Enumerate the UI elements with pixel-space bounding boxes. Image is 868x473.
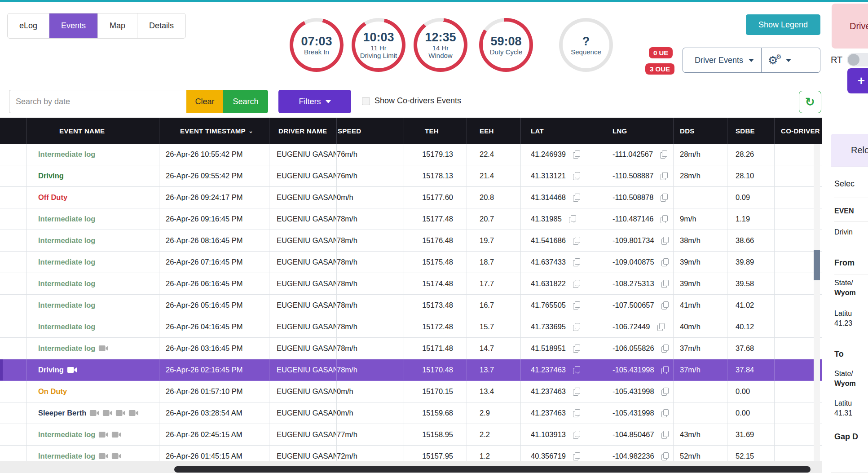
vertical-scrollbar-thumb[interactable] <box>814 250 820 280</box>
speed-cell-value: 72m/h <box>337 452 357 460</box>
sdbe-cell-value: 52.15 <box>736 452 754 460</box>
event-name: Intermediate log <box>38 430 95 439</box>
copy-icon[interactable] <box>661 194 667 201</box>
copy-icon[interactable] <box>661 258 668 266</box>
copy-icon[interactable] <box>661 301 668 309</box>
copy-icon[interactable] <box>573 194 580 201</box>
speed-cell-value: 78m/h <box>337 215 357 223</box>
tab-map[interactable]: Map <box>98 13 137 38</box>
copy-icon[interactable] <box>661 388 668 395</box>
rt-toggle[interactable] <box>847 53 868 66</box>
detail-line: Wyom <box>834 288 868 298</box>
copy-icon[interactable] <box>573 237 580 244</box>
copy-icon[interactable] <box>661 237 668 244</box>
table-row[interactable]: Intermediate log26-Apr-26 07:16:45 PMEUG… <box>0 252 822 273</box>
horizontal-scrollbar-thumb[interactable] <box>174 466 811 473</box>
show-legend-button[interactable]: Show Legend <box>746 14 820 35</box>
table-row[interactable]: On Duty26-Apr-26 01:57:10 PMEUGENIU GASA… <box>0 381 822 402</box>
settings-menu-button[interactable]: ⚙ ⚙ <box>762 55 780 66</box>
teh-cell-value: 15174.48 <box>422 279 453 288</box>
gauge-value: 59:08 <box>490 35 521 48</box>
table-row[interactable]: Sleeper Berth26-Apr-26 03:28:54 AMEUGENI… <box>0 402 822 424</box>
timestamp-cell-value: 26-Apr-26 09:55:42 PM <box>166 172 243 180</box>
column-header-name[interactable]: EVENT NAME <box>27 118 159 144</box>
table-row[interactable]: Driving26-Apr-26 09:55:42 PMEUGENIU GASA… <box>0 165 822 187</box>
eeh-cell-value: 14.7 <box>480 344 494 353</box>
camera-icon <box>111 453 121 460</box>
eeh-cell-value: 2.2 <box>480 430 490 439</box>
copy-icon[interactable] <box>661 280 668 287</box>
column-header-lng[interactable]: LNG <box>606 118 674 144</box>
camera-icon <box>111 431 121 438</box>
table-row[interactable]: Intermediate log26-Apr-26 09:16:45 PMEUG… <box>0 208 822 230</box>
driver-name-cell-value: EUGENIU GASAN <box>277 452 337 460</box>
timestamp-cell: 26-Apr-26 09:16:45 PM <box>159 208 269 230</box>
copy-icon[interactable] <box>661 452 668 460</box>
copy-icon[interactable] <box>657 323 664 331</box>
column-header-teh[interactable]: TEH <box>404 118 467 144</box>
gauge-label: Driving Limit <box>360 52 397 59</box>
copy-icon[interactable] <box>661 431 668 438</box>
gauge-content: 59:08Duty Cycle <box>479 18 533 72</box>
filters-button[interactable]: Filters <box>278 90 351 113</box>
column-header-speed[interactable]: SPEED <box>337 118 404 144</box>
chevron-down-icon <box>326 100 331 103</box>
copy-icon[interactable] <box>573 172 580 180</box>
camera-icon <box>115 410 125 416</box>
copy-icon[interactable] <box>661 409 668 417</box>
clear-button[interactable]: Clear <box>186 90 223 113</box>
copy-icon[interactable] <box>573 345 580 352</box>
tab-details[interactable]: Details <box>137 13 185 38</box>
lat-cell-value: 41.237463 <box>531 387 566 396</box>
driver-events-dropdown[interactable]: Driver Events <box>683 56 743 65</box>
column-header-ts[interactable]: EVENT TIMESTAMP⌄ <box>159 118 269 144</box>
vertical-scrollbar-track[interactable] <box>814 144 820 461</box>
search-button[interactable]: Search <box>223 90 268 113</box>
table-row[interactable]: Off Duty26-Apr-26 09:24:17 PMEUGENIU GAS… <box>0 187 822 208</box>
table-row[interactable]: Intermediate log26-Apr-26 02:45:15 AMEUG… <box>0 424 822 446</box>
copy-icon[interactable] <box>661 215 667 223</box>
copy-icon[interactable] <box>661 172 667 180</box>
column-header-sdbe[interactable]: SDBE <box>727 118 775 144</box>
table-row[interactable]: Intermediate log26-Apr-26 03:16:45 PMEUG… <box>0 338 822 359</box>
column-header-driver[interactable]: DRIVER NAME <box>269 118 337 144</box>
lat-cell: 41.733695 <box>521 316 606 337</box>
sdbe-cell: 28.26 <box>727 144 775 165</box>
column-header-dds[interactable]: DDS <box>674 118 727 144</box>
refresh-button[interactable]: ↻ <box>799 91 821 113</box>
speed-cell: 78m/h <box>337 359 404 380</box>
copy-icon[interactable] <box>573 366 580 374</box>
table-row[interactable]: Intermediate log26-Apr-26 10:55:42 PMEUG… <box>0 144 822 165</box>
column-header-eeh[interactable]: EEH <box>467 118 521 144</box>
copy-icon[interactable] <box>573 301 580 309</box>
codrivers-checkbox[interactable] <box>362 97 370 105</box>
add-event-button[interactable]: + <box>847 68 868 93</box>
driver-alert-box[interactable]: Drive <box>832 4 868 49</box>
table-row[interactable]: Driving26-Apr-26 02:16:45 PMEUGENIU GASA… <box>0 359 822 381</box>
copy-icon[interactable] <box>569 215 576 223</box>
copy-icon[interactable] <box>573 150 580 158</box>
copy-icon[interactable] <box>661 345 668 352</box>
copy-icon[interactable] <box>573 388 580 395</box>
copy-icon[interactable] <box>573 452 580 460</box>
lng-cell-value: -109.040875 <box>612 258 654 266</box>
tab-events[interactable]: Events <box>49 13 98 38</box>
copy-icon[interactable] <box>661 366 668 374</box>
copy-icon[interactable] <box>573 431 580 438</box>
table-row[interactable]: Intermediate log26-Apr-26 06:16:45 PMEUG… <box>0 273 822 295</box>
table-row[interactable]: Intermediate log26-Apr-26 04:16:45 PMEUG… <box>0 316 822 338</box>
table-row[interactable]: Intermediate log26-Apr-26 05:16:45 PMEUG… <box>0 295 822 316</box>
table-row[interactable]: Intermediate log26-Apr-26 08:16:45 PMEUG… <box>0 230 822 252</box>
copy-icon[interactable] <box>573 280 580 287</box>
column-header-lat[interactable]: LAT <box>521 118 606 144</box>
copy-icon[interactable] <box>660 150 667 158</box>
copy-icon[interactable] <box>573 258 580 266</box>
search-input[interactable] <box>9 90 186 113</box>
copy-icon[interactable] <box>573 323 580 331</box>
sdbe-cell-value: 28.10 <box>736 172 754 180</box>
lng-cell: -110.508887 <box>606 165 674 186</box>
sdbe-cell-value: 39.89 <box>736 258 754 266</box>
tab-elog[interactable]: eLog <box>8 13 49 38</box>
copy-icon[interactable] <box>573 409 580 417</box>
column-header-codrv[interactable]: CO-DRIVER <box>775 118 822 144</box>
